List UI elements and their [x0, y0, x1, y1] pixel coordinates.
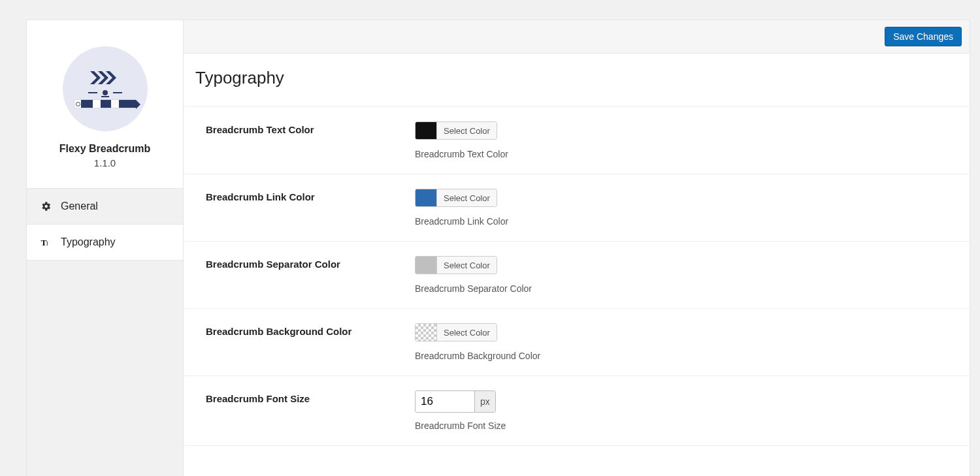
select-color-button[interactable]: Select Color — [436, 122, 497, 139]
color-picker-separator-color[interactable]: Select Color — [415, 256, 497, 274]
label-font-size: Breadcrumb Font Size — [206, 390, 415, 404]
font-size-unit: px — [474, 391, 495, 412]
row-text-color: Breadcrumb Text Color Select Color Bread… — [184, 107, 970, 174]
font-size-input[interactable] — [416, 391, 474, 412]
logo-mid-decoration — [88, 90, 122, 95]
nav-label-general: General — [61, 200, 98, 212]
desc-background-color: Breadcrumb Background Color — [415, 351, 970, 361]
select-color-button[interactable]: Select Color — [436, 324, 497, 341]
color-picker-link-color[interactable]: Select Color — [415, 189, 497, 207]
svg-text:I: I — [46, 240, 48, 247]
row-link-color: Breadcrumb Link Color Select Color Bread… — [184, 174, 970, 242]
color-picker-background-color[interactable]: Select Color — [415, 323, 497, 341]
plugin-logo — [63, 46, 148, 131]
gears-icon — [40, 200, 52, 212]
main-panel: Save Changes Typography Breadcrumb Text … — [183, 20, 970, 476]
arrows-icon — [90, 69, 120, 86]
typography-icon: TI — [40, 236, 52, 248]
nav-item-typography[interactable]: TI Typography — [27, 225, 183, 261]
desc-separator-color: Breadcrumb Separator Color — [415, 283, 970, 294]
color-swatch — [416, 324, 436, 341]
sidebar-header: Flexy Breadcrumb 1.1.0 — [27, 20, 183, 189]
settings-table: Breadcrumb Text Color Select Color Bread… — [184, 106, 970, 446]
label-separator-color: Breadcrumb Separator Color — [206, 256, 415, 270]
label-link-color: Breadcrumb Link Color — [206, 189, 415, 202]
nav-item-general[interactable]: General — [27, 189, 183, 225]
desc-text-color: Breadcrumb Text Color — [415, 149, 970, 159]
font-size-field: px — [415, 390, 496, 413]
page-title: Typography — [184, 54, 970, 106]
topbar: Save Changes — [184, 20, 970, 54]
row-background-color: Breadcrumb Background Color Select Color… — [184, 309, 970, 376]
label-background-color: Breadcrumb Background Color — [206, 323, 415, 337]
color-picker-text-color[interactable]: Select Color — [415, 121, 497, 140]
nav-label-typography: Typography — [61, 236, 116, 248]
select-color-button[interactable]: Select Color — [436, 257, 497, 274]
save-button[interactable]: Save Changes — [885, 27, 962, 46]
sidebar: Flexy Breadcrumb 1.1.0 General TI Typogr… — [26, 20, 183, 476]
color-swatch — [416, 257, 436, 274]
row-separator-color: Breadcrumb Separator Color Select Color … — [184, 242, 970, 309]
breadcrumb-bar-icon — [74, 99, 137, 108]
select-color-button[interactable]: Select Color — [436, 189, 497, 206]
desc-link-color: Breadcrumb Link Color — [415, 216, 970, 227]
desc-font-size: Breadcrumb Font Size — [415, 420, 970, 431]
sidebar-nav: General TI Typography — [27, 189, 183, 261]
label-text-color: Breadcrumb Text Color — [206, 121, 415, 135]
plugin-version: 1.1.0 — [33, 157, 176, 168]
plugin-name: Flexy Breadcrumb — [33, 143, 176, 155]
color-swatch — [416, 122, 436, 139]
row-font-size: Breadcrumb Font Size px Breadcrumb Font … — [184, 376, 970, 446]
svg-marker-0 — [90, 71, 101, 84]
color-swatch — [416, 189, 436, 206]
